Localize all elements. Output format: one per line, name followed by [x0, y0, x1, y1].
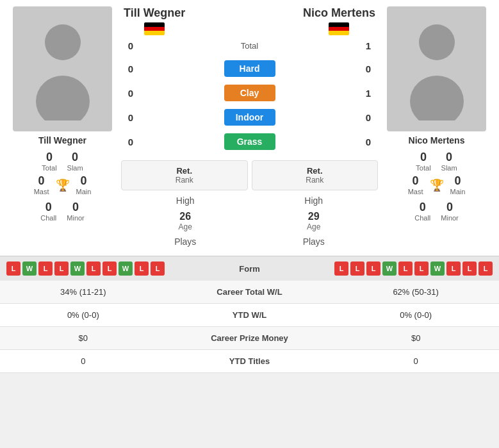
total-score-right: 1 — [359, 40, 378, 51]
player1-name: Till Wegner — [38, 135, 86, 145]
player1-form-badge: L — [135, 261, 149, 276]
player2-minor-label: Minor — [441, 214, 459, 222]
stats-center-2: Career Prize Money — [167, 327, 333, 350]
player2-rank-sub: Rank — [265, 176, 365, 185]
player2-form-badge: L — [334, 261, 348, 276]
player1-total-col: 0 Total — [42, 151, 56, 172]
player1-form-badge: W — [70, 261, 85, 276]
high-row: High High — [121, 195, 378, 206]
player1-form-badge: L — [86, 261, 101, 276]
hard-score-right: 0 — [359, 63, 378, 74]
main-container: Till Wegner 0 Total 0 Slam 0 Mast 🏆 — [0, 0, 499, 373]
player1-age-label: Age — [179, 222, 192, 231]
player1-age-col: 26 Age — [121, 211, 250, 231]
stats-table: 34% (11-21) Career Total W/L 62% (50-31)… — [0, 281, 499, 373]
player1-card: Till Wegner 0 Total 0 Slam 0 Mast 🏆 — [6, 6, 119, 249]
grass-score-left: 0 — [121, 137, 140, 147]
clay-score-left: 0 — [121, 88, 140, 99]
indoor-surface-row: 0 Indoor 0 — [121, 105, 378, 129]
player2-slam-value: 0 — [446, 151, 452, 164]
player1-stats-row2: 0 Mast 🏆 0 Main — [34, 174, 92, 195]
player-header: Till Wegner Nico Mertens — [121, 6, 378, 35]
player2-name-top: Nico Mertens — [303, 6, 375, 20]
player2-stats-row1: 0 Total 0 Slam — [416, 151, 457, 172]
flag-stripe-black — [144, 22, 165, 27]
player2-mast-value: 0 — [413, 174, 419, 188]
svg-point-0 — [45, 24, 81, 60]
total-row: 0 Total 1 — [121, 38, 378, 56]
player1-form-badge: L — [38, 261, 53, 276]
player1-trophy-icon: 🏆 — [56, 178, 70, 192]
player2-form-badges: LLLWLLWLLL — [291, 261, 493, 276]
plays-row: Plays Plays — [121, 236, 378, 247]
player1-rank-sub: Rank — [135, 176, 234, 185]
player2-form-badge: L — [462, 261, 477, 276]
player1-rank-box: Ret. Rank — [121, 160, 248, 190]
form-label: Form — [211, 264, 288, 274]
player1-mast-label: Mast — [34, 188, 49, 195]
player2-form-badge: W — [382, 261, 397, 276]
grass-surface-row: 0 Grass 0 — [121, 129, 378, 154]
player2-stats-row3: 0 Chall 0 Minor — [414, 201, 459, 222]
player2-trophy-icon: 🏆 — [430, 178, 444, 192]
player2-main-label: Main — [450, 188, 466, 195]
player2-chall-label: Chall — [414, 214, 430, 222]
player2-rank-main: Ret. — [265, 166, 365, 176]
player2-stats-row2: 0 Mast 🏆 0 Main — [408, 174, 466, 195]
player1-total-value: 0 — [46, 151, 53, 164]
player2-main-col: 0 Main — [450, 174, 466, 195]
player1-name-top: Till Wegner — [124, 6, 185, 20]
svg-point-2 — [419, 24, 455, 60]
stats-center-1: YTD W/L — [167, 304, 333, 327]
player2-main-value: 0 — [454, 174, 461, 188]
player2-age-value: 29 — [308, 211, 320, 222]
grass-score-right: 0 — [359, 137, 378, 147]
player2-total-value: 0 — [420, 151, 427, 164]
stats-center-0: Career Total W/L — [167, 281, 333, 304]
player1-high: High — [121, 195, 250, 206]
player2-minor-value: 0 — [446, 201, 453, 214]
hard-badge: Hard — [140, 60, 359, 77]
flag-stripe-gold — [144, 31, 165, 35]
player1-rank-main: Ret. — [135, 166, 234, 176]
player1-chall-value: 0 — [45, 201, 52, 214]
player2-age-label: Age — [307, 222, 320, 231]
flag2-stripe-black — [329, 22, 349, 27]
player1-age-value: 26 — [179, 211, 191, 222]
hard-score-left: 0 — [121, 63, 140, 74]
player1-form-badge: L — [6, 261, 20, 276]
player2-minor-col: 0 Minor — [441, 201, 459, 222]
player1-form-badge: W — [22, 261, 37, 276]
player1-minor-label: Minor — [67, 214, 85, 222]
stats-right-0: 62% (50-31) — [332, 281, 499, 304]
player1-stats-row3: 0 Chall 0 Minor — [40, 201, 85, 222]
stats-left-1: 0% (0-0) — [0, 304, 167, 327]
player2-total-label: Total — [416, 164, 430, 172]
grass-badge: Grass — [140, 133, 359, 150]
player2-slam-col: 0 Slam — [441, 151, 457, 172]
age-row: 26 Age 29 Age — [121, 211, 378, 231]
player1-form-badge: W — [119, 261, 133, 276]
player1-slam-label: Slam — [67, 164, 83, 172]
player1-stats-row1: 0 Total 0 Slam — [42, 151, 83, 172]
player2-form-badge: L — [350, 261, 364, 276]
hard-badge-label: Hard — [224, 60, 275, 77]
player1-mast-value: 0 — [38, 174, 45, 188]
stats-row: 34% (11-21) Career Total W/L 62% (50-31) — [0, 281, 499, 304]
player2-high: High — [250, 195, 379, 206]
player2-mast-col: 0 Mast — [408, 174, 423, 195]
player1-main-col: 0 Main — [76, 174, 92, 195]
player1-flag — [144, 22, 165, 35]
player2-form-badge: W — [430, 261, 445, 276]
player1-minor-value: 0 — [72, 201, 79, 214]
center-area: Till Wegner Nico Mertens — [121, 6, 378, 249]
player1-avatar — [13, 6, 112, 131]
grass-badge-label: Grass — [224, 133, 275, 150]
stats-right-2: $0 — [332, 327, 499, 350]
player1-plays: Plays — [121, 236, 250, 247]
svg-point-3 — [410, 76, 464, 120]
indoor-score-right: 0 — [359, 112, 378, 123]
stats-left-3: 0 — [0, 350, 167, 373]
clay-badge: Clay — [140, 85, 359, 101]
player2-form-badge: L — [446, 261, 461, 276]
